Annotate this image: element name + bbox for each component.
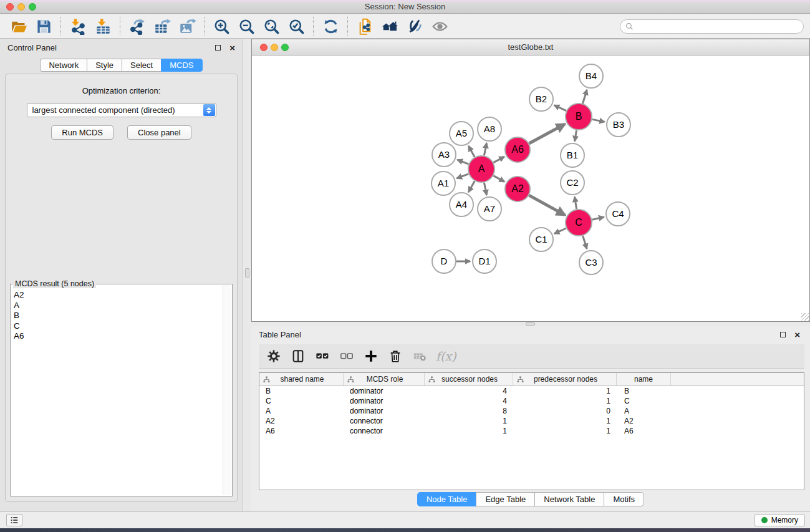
graph-edge-A-A1[interactable] bbox=[457, 174, 469, 178]
mcds-result-item[interactable]: A bbox=[11, 301, 223, 311]
tab-select[interactable]: Select bbox=[122, 59, 161, 72]
graph-edge-B-B4[interactable] bbox=[583, 90, 587, 104]
export-image-button[interactable] bbox=[175, 16, 200, 37]
close-panel-button[interactable]: Close panel bbox=[127, 125, 191, 140]
delete-table-button[interactable] bbox=[410, 347, 429, 365]
table-cell: A6 bbox=[259, 426, 344, 436]
mcds-result-item[interactable]: B bbox=[11, 311, 223, 321]
toggle-columns-button[interactable] bbox=[289, 347, 307, 365]
table-row[interactable]: Bdominator41B bbox=[259, 386, 804, 396]
vertical-split-divider[interactable] bbox=[243, 39, 251, 511]
graph-edge-C-C1[interactable] bbox=[554, 228, 566, 234]
import-network-button[interactable] bbox=[65, 16, 90, 37]
show-graphics-details-button[interactable] bbox=[427, 16, 452, 37]
function-builder-button[interactable]: f(x) bbox=[435, 349, 456, 363]
graph-node-label-A: A bbox=[478, 163, 485, 174]
network-canvas[interactable]: B4B2BB3A8A5A6A3B1AA1C2A2A4A7C4CC1C3DD1 bbox=[252, 56, 809, 321]
graph-edge-A-A7[interactable] bbox=[484, 183, 486, 195]
select-all-button[interactable] bbox=[313, 347, 332, 365]
graph-edge-A-A5[interactable] bbox=[468, 146, 475, 157]
tab-mcds[interactable]: MCDS bbox=[161, 59, 202, 72]
table-row[interactable]: A2connector11A2 bbox=[259, 416, 804, 426]
run-mcds-button[interactable]: Run MCDS bbox=[51, 125, 113, 140]
tab-node-table[interactable]: Node Table bbox=[417, 492, 476, 506]
column-header-successor-nodes[interactable]: successor nodes bbox=[425, 373, 513, 385]
mcds-result-item[interactable]: A2 bbox=[11, 290, 223, 301]
criterion-dropdown[interactable]: largest connected component (directed) bbox=[27, 103, 216, 117]
trash-icon bbox=[388, 349, 402, 363]
memory-button[interactable]: Memory bbox=[755, 514, 805, 526]
toolbar-separator bbox=[120, 17, 120, 36]
table-settings-button[interactable] bbox=[264, 347, 283, 365]
mcds-result-item[interactable]: A6 bbox=[11, 331, 223, 342]
vertical-split-handle[interactable] bbox=[245, 268, 249, 278]
deselect-all-button[interactable] bbox=[337, 347, 356, 365]
graph-edge-A-A4[interactable] bbox=[468, 181, 475, 192]
table-row[interactable]: Adominator80A bbox=[259, 406, 804, 416]
column-header-name[interactable]: name bbox=[617, 373, 671, 385]
mcds-list-scrollbar[interactable] bbox=[223, 285, 231, 495]
graph-edge-A-A2[interactable] bbox=[493, 176, 504, 182]
table-cell: 1 bbox=[513, 396, 617, 406]
table-cell: dominator bbox=[344, 406, 425, 416]
close-panel-icon[interactable]: × bbox=[229, 43, 235, 52]
graph-edge-C-C2[interactable] bbox=[575, 197, 577, 210]
column-header-mcds-role[interactable]: MCDS role bbox=[344, 373, 425, 385]
zoom-fit-button[interactable] bbox=[259, 16, 284, 37]
tab-network-table[interactable]: Network Table bbox=[534, 492, 604, 506]
save-floppy-icon bbox=[36, 18, 52, 35]
graph-edge-C-C3[interactable] bbox=[583, 236, 587, 249]
task-history-button[interactable] bbox=[6, 514, 22, 526]
graph-edge-A6-B[interactable] bbox=[529, 124, 566, 143]
float-table-panel-icon[interactable] bbox=[780, 332, 786, 337]
graph-edge-B-B1[interactable] bbox=[575, 130, 577, 142]
column-header-shared-name[interactable]: shared name bbox=[259, 373, 344, 385]
table-panel-header: Table Panel × bbox=[251, 326, 810, 342]
export-table-button[interactable] bbox=[150, 16, 175, 37]
window-resize-grip[interactable] bbox=[801, 313, 809, 321]
zoom-out-button[interactable] bbox=[234, 16, 259, 37]
criterion-dropdown-value: largest connected component (directed) bbox=[32, 105, 175, 115]
tab-network[interactable]: Network bbox=[40, 59, 87, 72]
graph-edge-C-C4[interactable] bbox=[592, 217, 604, 220]
home-button[interactable] bbox=[377, 16, 402, 37]
close-table-panel-icon[interactable]: × bbox=[794, 330, 800, 339]
graph-edge-A-A3[interactable] bbox=[458, 160, 469, 164]
save-session-button[interactable] bbox=[31, 16, 56, 37]
tab-style[interactable]: Style bbox=[87, 59, 122, 72]
add-column-button[interactable] bbox=[362, 347, 380, 365]
table-cell: 4 bbox=[425, 396, 513, 406]
zoom-in-button[interactable] bbox=[209, 16, 234, 37]
open-session-button[interactable] bbox=[6, 16, 31, 37]
search-input[interactable] bbox=[637, 21, 798, 32]
float-panel-icon[interactable] bbox=[215, 45, 221, 51]
tab-edge-table[interactable]: Edge Table bbox=[476, 492, 534, 506]
export-network-button[interactable] bbox=[125, 16, 150, 37]
table-row[interactable]: A6connector11A6 bbox=[259, 426, 804, 436]
table-cell: 1 bbox=[425, 416, 513, 426]
graph-edge-B-B3[interactable] bbox=[592, 119, 605, 122]
tab-motifs[interactable]: Motifs bbox=[604, 492, 644, 506]
delete-column-button[interactable] bbox=[386, 347, 405, 365]
table-row[interactable]: Cdominator41C bbox=[259, 396, 804, 406]
node-table-body: Bdominator41BCdominator41CAdominator80AA… bbox=[259, 386, 804, 436]
import-table-button[interactable] bbox=[90, 16, 115, 37]
control-panel-title: Control Panel bbox=[7, 43, 57, 52]
table-cell: connector bbox=[344, 416, 425, 426]
clone-network-button[interactable] bbox=[352, 16, 377, 37]
table-cell: 0 bbox=[513, 406, 617, 416]
network-window-titlebar[interactable]: testGlobe.txt bbox=[252, 39, 809, 56]
search-field[interactable] bbox=[620, 19, 804, 34]
graph-edge-A2-C[interactable] bbox=[529, 195, 565, 215]
mcds-result-item[interactable]: C bbox=[11, 321, 223, 332]
horizontal-split-handle[interactable] bbox=[526, 322, 535, 326]
graph-edge-A-A6[interactable] bbox=[493, 157, 504, 162]
graph-edge-B-B2[interactable] bbox=[554, 105, 566, 111]
horizontal-split-divider[interactable] bbox=[251, 322, 810, 326]
apply-layout-button[interactable] bbox=[318, 16, 343, 37]
column-header-predecessor-nodes[interactable]: predecessor nodes bbox=[513, 373, 617, 385]
zoom-out-icon bbox=[238, 18, 255, 35]
hide-graphics-details-button[interactable] bbox=[402, 16, 427, 37]
graph-edge-A-A8[interactable] bbox=[484, 143, 486, 156]
zoom-selected-button[interactable] bbox=[284, 16, 309, 37]
